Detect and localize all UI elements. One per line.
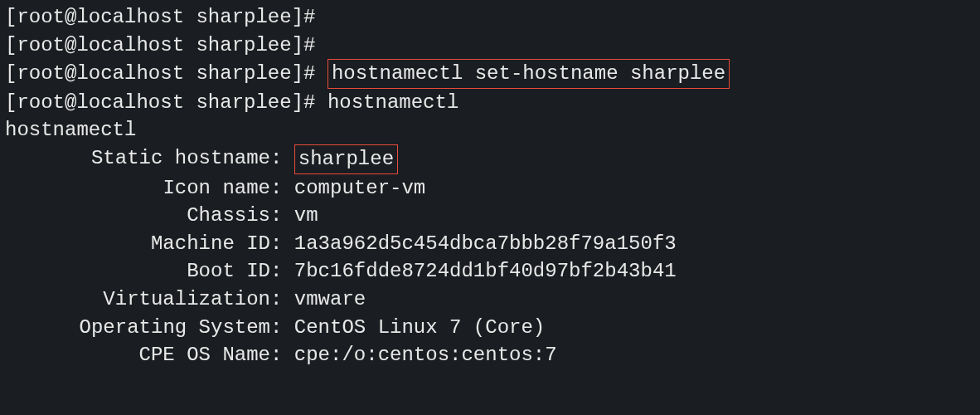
command-highlighted: hostnamectl set-hostname sharplee <box>327 59 730 89</box>
output-separator: : <box>270 144 294 174</box>
output-row-cpe-os-name: CPE OS Name: cpe:/o:centos:centos:7 <box>5 341 975 369</box>
output-row-machine-id: Machine ID: 1a3a962d5c454dbca7bbb28f79a1… <box>5 230 975 258</box>
output-value: vm <box>294 202 318 230</box>
output-separator: : <box>270 230 294 258</box>
output-echo-line: hostnamectl <box>5 116 975 144</box>
output-row-operating-system: Operating System: CentOS Linux 7 (Core) <box>5 314 975 342</box>
output-separator: : <box>270 286 294 314</box>
output-value: computer-vm <box>294 174 425 203</box>
output-value: cpe:/o:centos:centos:7 <box>294 341 557 369</box>
output-row-virtualization: Virtualization: vmware <box>5 286 975 314</box>
output-label: Static hostname <box>5 144 270 174</box>
output-label: CPE OS Name <box>5 341 270 369</box>
output-value: 7bc16fdde8724dd1bf40d97bf2b43b41 <box>294 257 677 286</box>
output-value: CentOS Linux 7 (Core) <box>294 314 545 342</box>
output-label: Virtualization <box>5 286 270 314</box>
output-label: Boot ID <box>5 257 270 286</box>
output-echo: hostnamectl <box>5 119 136 141</box>
output-row-boot-id: Boot ID: 7bc16fdde8724dd1bf40d97bf2b43b4… <box>5 257 975 286</box>
output-row-icon-name: Icon name: computer-vm <box>5 174 975 203</box>
output-separator: : <box>270 341 294 369</box>
output-value: vmware <box>294 286 366 314</box>
terminal[interactable]: [root@localhost sharplee]# [root@localho… <box>5 3 975 369</box>
output-label: Icon name <box>5 174 270 203</box>
command-text: hostnamectl <box>327 91 458 114</box>
shell-prompt: [root@localhost sharplee]# <box>5 6 327 28</box>
output-value: 1a3a962d5c454dbca7bbb28f79a150f3 <box>294 230 677 258</box>
output-separator: : <box>270 174 294 203</box>
prompt-line-4: [root@localhost sharplee]# hostnamectl <box>5 89 975 117</box>
output-label: Machine ID <box>5 230 270 258</box>
shell-prompt: [root@localhost sharplee]# <box>5 34 327 56</box>
output-separator: : <box>270 314 294 342</box>
prompt-line-3: [root@localhost sharplee]# hostnamectl s… <box>5 59 975 89</box>
output-value-highlighted: sharplee <box>294 144 398 174</box>
prompt-line-1: [root@localhost sharplee]# <box>5 3 975 32</box>
output-separator: : <box>270 202 294 230</box>
prompt-line-2: [root@localhost sharplee]# <box>5 32 975 60</box>
output-label: Operating System <box>5 314 270 342</box>
shell-prompt: [root@localhost sharplee]# <box>5 91 327 114</box>
output-row-chassis: Chassis: vm <box>5 202 975 230</box>
output-row-static-hostname: Static hostname: sharplee <box>5 144 975 174</box>
output-separator: : <box>270 257 294 286</box>
output-label: Chassis <box>5 202 270 230</box>
shell-prompt: [root@localhost sharplee]# <box>5 62 327 85</box>
